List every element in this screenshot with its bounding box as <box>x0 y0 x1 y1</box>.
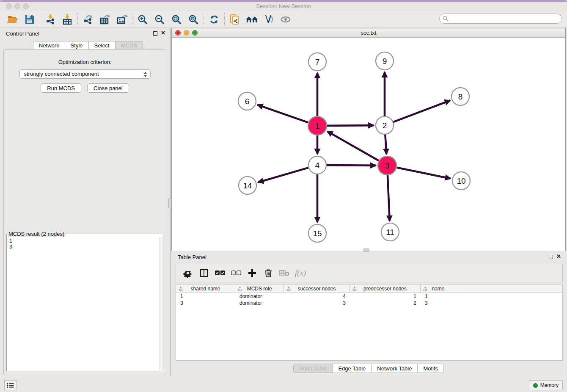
node-10[interactable]: 10 <box>452 172 470 190</box>
svg-text:15: 15 <box>313 229 322 238</box>
column-layout-icon[interactable] <box>197 266 211 280</box>
task-history-button[interactable] <box>4 380 17 390</box>
tab-select[interactable]: Select <box>89 41 116 50</box>
edge-2-3[interactable] <box>385 135 386 154</box>
vizmapper-icon[interactable] <box>260 12 277 27</box>
mcds-result-scrollbar[interactable] <box>159 237 163 371</box>
open-file-icon[interactable] <box>4 12 21 27</box>
table-cell[interactable]: 3 <box>421 300 456 306</box>
node-2[interactable]: 2 <box>376 116 394 134</box>
add-column-icon[interactable] <box>245 266 259 280</box>
table-cell[interactable]: dominator <box>235 293 284 300</box>
column-edit-icon <box>238 287 242 291</box>
table-cell[interactable]: 3 <box>284 300 350 306</box>
tab-network[interactable]: Network <box>33 41 65 50</box>
node-6[interactable]: 6 <box>238 92 256 110</box>
app-window: Session: New Session <box>0 0 567 392</box>
edge-3-10[interactable] <box>397 168 451 179</box>
table-cell[interactable]: 3 <box>176 300 235 306</box>
node-3[interactable]: 3 <box>378 156 396 175</box>
export-image-icon[interactable] <box>113 12 130 27</box>
edge-2-8[interactable] <box>394 100 450 122</box>
list-icon <box>7 382 14 388</box>
mcds-panel: Optimization criterion: strongly connect… <box>3 49 166 375</box>
deselect-all-icon[interactable] <box>229 266 243 280</box>
delete-icon[interactable] <box>261 266 275 280</box>
close-panel-button[interactable]: Close panel <box>87 83 129 93</box>
search-input[interactable] <box>449 15 561 22</box>
node-4[interactable]: 4 <box>308 156 326 174</box>
edge-3-1[interactable] <box>327 131 379 160</box>
column-header-predecessor-nodes[interactable]: predecessor nodes <box>350 284 421 293</box>
eye-icon[interactable] <box>277 12 294 27</box>
optimization-criterion-label: Optimization criterion: <box>4 59 166 65</box>
tab-motifs[interactable]: Motifs <box>418 364 444 373</box>
gear-icon[interactable] <box>181 266 195 280</box>
criterion-dropdown[interactable]: strongly connected component <box>19 69 151 79</box>
edge-3-11[interactable] <box>388 175 390 221</box>
table-row[interactable]: 3dominator323 <box>176 300 562 306</box>
node-15[interactable]: 15 <box>308 224 326 242</box>
edge-1-2[interactable] <box>327 125 374 126</box>
network-window-title: scc.txt <box>172 30 565 36</box>
search-box[interactable] <box>439 14 562 24</box>
import-table-icon[interactable] <box>59 12 76 27</box>
zoom-out-icon[interactable] <box>151 12 168 27</box>
table-row[interactable]: 1dominator411 <box>176 293 562 300</box>
network-view-window: x − + scc.txt 7968124314101511 <box>171 28 566 251</box>
column-header-MCDS-role[interactable]: MCDS role <box>235 284 284 293</box>
table-cell[interactable]: 2 <box>350 300 421 306</box>
tab-node-table[interactable]: Node Table <box>293 364 333 373</box>
table-cell[interactable]: 1 <box>350 293 421 300</box>
import-network-icon[interactable] <box>42 12 59 27</box>
node-9[interactable]: 9 <box>376 52 394 70</box>
tab-network-table[interactable]: Network Table <box>372 364 418 373</box>
svg-text:1: 1 <box>315 121 320 130</box>
node-11[interactable]: 11 <box>381 223 399 241</box>
node-14[interactable]: 14 <box>239 177 256 194</box>
column-header-name[interactable]: name <box>421 284 456 293</box>
network-canvas[interactable]: 7968124314101511 <box>172 38 565 251</box>
zoom-in-icon[interactable] <box>134 12 151 27</box>
table-cell[interactable]: dominator <box>235 300 284 306</box>
select-all-icon[interactable] <box>213 266 227 280</box>
node-1[interactable]: 1 <box>308 116 327 135</box>
network-document-icon[interactable] <box>226 12 243 27</box>
column-header-shared-name[interactable]: shared name <box>176 284 235 293</box>
node-8[interactable]: 8 <box>451 88 469 105</box>
export-network-icon[interactable] <box>80 12 96 27</box>
save-session-icon[interactable] <box>21 12 38 27</box>
export-table-icon[interactable] <box>96 12 113 27</box>
node-7[interactable]: 7 <box>308 53 326 71</box>
column-edit-icon <box>179 287 183 291</box>
table-cell[interactable]: 1 <box>176 293 235 300</box>
home-network-icon[interactable] <box>243 12 260 27</box>
network-window-titlebar[interactable]: x − + scc.txt <box>172 28 565 38</box>
column-header-successor-nodes[interactable]: successor nodes <box>284 284 350 293</box>
chevron-up-down-icon <box>143 71 148 78</box>
memory-button[interactable]: Memory <box>529 380 563 390</box>
zoom-fit-icon[interactable] <box>168 12 185 27</box>
close-table-panel-icon[interactable]: ✕ <box>556 253 561 259</box>
tab-edge-table[interactable]: Edge Table <box>333 364 372 373</box>
float-table-panel-icon[interactable] <box>549 255 553 259</box>
edge-1-6[interactable] <box>258 105 308 123</box>
memory-status-icon <box>533 383 538 388</box>
edge-4-14[interactable] <box>258 168 308 182</box>
run-mcds-button[interactable]: Run MCDS <box>41 83 81 93</box>
table-cell[interactable]: 4 <box>284 293 350 300</box>
float-panel-icon[interactable] <box>153 31 157 36</box>
close-panel-icon[interactable]: ✕ <box>161 30 165 36</box>
table-cell[interactable]: 1 <box>421 293 456 300</box>
refresh-icon[interactable] <box>206 12 223 27</box>
tab-style[interactable]: Style <box>65 41 89 50</box>
svg-text:9: 9 <box>383 57 387 66</box>
zoom-selected-icon[interactable] <box>185 12 202 27</box>
edge-4-3[interactable] <box>327 165 376 166</box>
svg-text:14: 14 <box>243 181 252 190</box>
horizontal-splitter-grip[interactable] <box>363 248 369 252</box>
control-panel: Control Panel ✕ Network Style Select MCD… <box>0 28 170 376</box>
mcds-result-text[interactable]: 1 3 <box>7 237 159 371</box>
tab-mcds[interactable]: MCDS <box>116 41 143 50</box>
network-canvas-svg[interactable]: 7968124314101511 <box>172 38 565 251</box>
